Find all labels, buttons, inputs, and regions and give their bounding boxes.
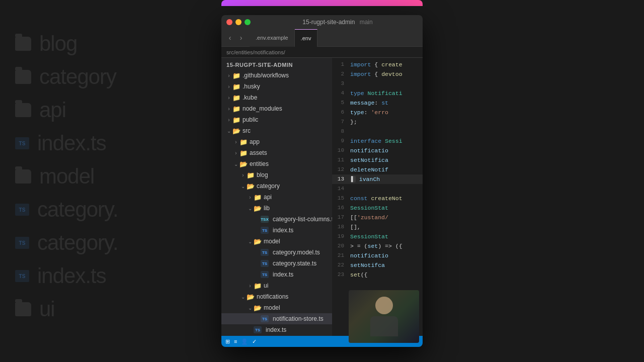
minimize-button[interactable] (235, 19, 242, 25)
sidebar-item-entities[interactable]: ⌄ 📂 entities (221, 158, 332, 169)
person-body (370, 316, 398, 336)
code-line-9: 9 interface Sessi (332, 136, 423, 146)
sidebar-item-notifications[interactable]: ⌄ 📂 notifications (221, 291, 332, 302)
sidebar-item-node-modules[interactable]: › 📁 node_modules (221, 103, 332, 114)
folder-icon: 📂 (254, 237, 262, 245)
code-line-12: 12 deleteNotif (332, 165, 423, 174)
item-label: entities (250, 160, 269, 167)
webcam-overlay (349, 290, 419, 343)
item-label: lib (264, 205, 270, 212)
item-label: blog (257, 171, 268, 178)
code-line-20: 20 > = (set) => ({ (332, 241, 423, 251)
tsx-file-icon: TSX (261, 216, 269, 223)
chevron-icon: ⌄ (225, 127, 232, 134)
code-line-1: 1 import { create (332, 60, 423, 69)
code-line-16: 16 SessionStat (332, 203, 423, 213)
code-line-5: 5 message: st (332, 98, 423, 108)
sidebar-item-notif-model[interactable]: ⌄ 📂 model (221, 302, 332, 313)
chevron-icon: › (225, 105, 232, 112)
code-line-13: 13 ⚡ ▌ ivanCh (332, 174, 423, 184)
sidebar-item-cat-model-index[interactable]: › TS index.ts (221, 269, 332, 280)
item-label: .husky (243, 83, 260, 90)
person-head (375, 297, 393, 314)
chevron-icon: ⌄ (247, 205, 254, 212)
sidebar-item-cat-model[interactable]: ⌄ 📂 model (221, 236, 332, 247)
folder-icon: 📂 (239, 160, 248, 168)
item-label: .github/workflows (243, 72, 289, 79)
sidebar-item-src[interactable]: ⌄ 📂 src (221, 125, 332, 136)
sidebar-item-category-lib[interactable]: ⌄ 📂 lib (221, 203, 332, 214)
webcam-video (349, 290, 419, 343)
grid-icon: ⊞ (225, 338, 230, 345)
tab-env-example-label: .env.example (256, 35, 288, 41)
sidebar-item-blog[interactable]: › 📁 blog (221, 169, 332, 180)
folder-icon: 📂 (254, 304, 262, 312)
bg-item-ui: ui (15, 297, 206, 321)
code-line-2: 2 import { devtoo (332, 69, 423, 79)
chevron-icon: › (247, 282, 254, 289)
ts-file-icon: TS (254, 326, 262, 333)
item-label: index.ts (273, 227, 293, 234)
tab-nav-buttons: ‹ › (221, 33, 250, 42)
ts-file-icon: TS (261, 315, 269, 322)
item-label: category.state.ts (273, 260, 316, 267)
sidebar-item-app[interactable]: › 📁 app (221, 136, 332, 147)
sidebar-item-husky[interactable]: › 📁 .husky (221, 81, 332, 92)
chevron-icon: ⌄ (239, 183, 247, 190)
sidebar-item-assets[interactable]: › 📁 assets (221, 147, 332, 158)
status-check[interactable]: ✓ (252, 338, 257, 345)
code-line-11: 11 setNotifica (332, 155, 423, 165)
chevron-icon: ⌄ (247, 238, 254, 245)
status-person[interactable]: 👤 (241, 338, 248, 345)
sidebar-item-github-workflows[interactable]: › 📁 .github/workflows (221, 70, 332, 81)
sidebar-item-cat-state-ts[interactable]: › TS category.state.ts (221, 258, 332, 269)
sidebar-item-notification-store[interactable]: › TS notification-store.ts (221, 313, 332, 324)
item-label: model (264, 304, 280, 311)
chevron-icon: ⌄ (247, 304, 254, 311)
folder-icon: 📁 (247, 171, 255, 179)
item-label: notifications (257, 293, 288, 300)
file-explorer[interactable]: 15-rugpt-site-admin › 📁 .github/workflow… (221, 58, 332, 336)
code-line-14: 14 (332, 184, 423, 194)
item-label: src (243, 127, 251, 134)
nav-forward-button[interactable]: › (236, 33, 246, 42)
bg-item-cat-state: TS category. (15, 231, 206, 255)
sidebar-item-cat-lib-index[interactable]: › TS index.ts (221, 225, 332, 236)
code-line-3: 3 (332, 79, 423, 88)
ts-file-icon: TS (261, 227, 269, 234)
sidebar-item-cat-ui[interactable]: › 📁 ui (221, 280, 332, 291)
sidebar-item-cat-model-ts[interactable]: › TS category.model.ts (221, 247, 332, 258)
folder-icon: 📁 (232, 82, 240, 90)
sidebar-item-cat-list-col[interactable]: › TSX category-list-columns.tsx (221, 214, 332, 225)
sidebar-item-category[interactable]: ⌄ 📂 category (221, 180, 332, 192)
bg-item-index2: TS index.ts (15, 264, 206, 288)
chevron-icon: › (225, 116, 232, 123)
explorer-root: 15-rugpt-site-admin › 📁 .github/workflow… (221, 58, 332, 336)
status-grid[interactable]: ⊞ (225, 338, 230, 345)
breadcrumb-path: src/entities/notifications/ (226, 49, 285, 55)
bg-item-cat-model: TS category. (15, 198, 206, 222)
bg-item-api: api (15, 98, 206, 122)
sidebar-item-notif-index[interactable]: › TS index.ts (221, 324, 332, 335)
sidebar-item-kube[interactable]: › 📁 .kube (221, 92, 332, 103)
tab-env[interactable]: .env (295, 29, 318, 47)
item-label: ui (264, 282, 268, 289)
tab-env-example[interactable]: .env.example (250, 29, 295, 47)
person-icon: 👤 (241, 338, 248, 345)
bg-item-lib: TS index.ts (15, 131, 206, 155)
tab-env-label: .env (301, 35, 311, 41)
sidebar-item-public[interactable]: › 📁 public (221, 114, 332, 125)
maximize-button[interactable] (245, 19, 251, 25)
item-label: notification-store.ts (273, 315, 324, 322)
ts-file-icon: TS (261, 260, 269, 267)
status-list[interactable]: ≡ (234, 338, 237, 344)
folder-icon: 📂 (247, 182, 255, 190)
folder-icon: 📁 (232, 71, 240, 79)
folder-icon: 📁 (239, 149, 248, 157)
code-line-17: 17 [['zustand/ (332, 213, 423, 222)
nav-back-button[interactable]: ‹ (225, 33, 234, 42)
close-button[interactable] (226, 19, 232, 25)
bg-left-panel: blog category api TS index.ts model TS c… (0, 0, 221, 362)
sidebar-item-api[interactable]: › 📁 api (221, 192, 332, 203)
code-line-6: 6 type: 'erro (332, 108, 423, 117)
